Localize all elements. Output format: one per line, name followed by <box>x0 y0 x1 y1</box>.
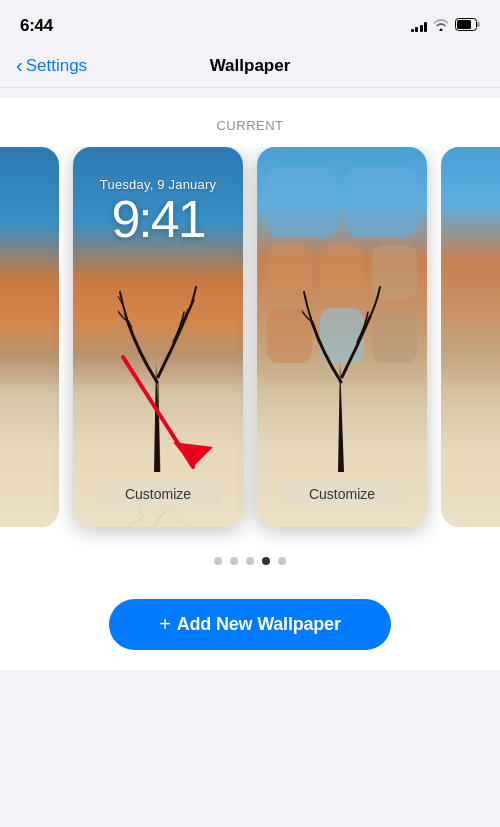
wifi-icon <box>433 17 449 35</box>
dot-3 <box>246 557 254 565</box>
add-wallpaper-label: Add New Wallpaper <box>177 614 341 635</box>
back-label: Settings <box>26 56 87 76</box>
dot-2 <box>230 557 238 565</box>
lock-time: 9:41 <box>73 192 243 247</box>
svg-rect-2 <box>457 20 471 29</box>
tree-silhouette-home <box>302 252 382 472</box>
lock-screen-info: Tuesday, 9 January 9:41 <box>73 177 243 247</box>
wallpaper-card-side-right <box>441 147 500 527</box>
main-content: CURRENT <box>0 98 500 670</box>
signal-icon <box>411 20 428 32</box>
back-button[interactable]: ‹ Settings <box>16 56 87 76</box>
page-title: Wallpaper <box>210 56 291 76</box>
dot-1 <box>214 557 222 565</box>
lock-screen-customize-button[interactable]: Customize <box>93 479 223 509</box>
pagination-dots <box>0 547 500 585</box>
plus-icon: + <box>159 613 170 636</box>
widget-top-right <box>346 167 417 237</box>
chevron-left-icon: ‹ <box>16 55 23 75</box>
status-time: 6:44 <box>20 16 53 36</box>
lock-screen-card[interactable]: Tuesday, 9 January 9:41 Customize <box>73 147 243 527</box>
nav-bar: ‹ Settings Wallpaper <box>0 44 500 88</box>
status-icons <box>411 17 481 35</box>
ground-cracks <box>73 427 243 527</box>
dot-5 <box>278 557 286 565</box>
widget-top-left <box>267 167 338 237</box>
wallpaper-card-side-left <box>0 147 59 527</box>
status-bar: 6:44 <box>0 0 500 44</box>
svg-rect-1 <box>477 22 480 27</box>
dot-4-active <box>262 557 270 565</box>
wallpaper-scroll: Tuesday, 9 January 9:41 Customize <box>0 147 500 547</box>
section-label: CURRENT <box>0 98 500 147</box>
add-wallpaper-container: + Add New Wallpaper <box>0 585 500 670</box>
home-screen-customize-button[interactable]: Customize <box>277 479 407 509</box>
bottom-spacer <box>0 670 500 827</box>
home-screen-card[interactable]: Customize <box>257 147 427 527</box>
add-new-wallpaper-button[interactable]: + Add New Wallpaper <box>109 599 390 650</box>
battery-icon <box>455 17 480 35</box>
